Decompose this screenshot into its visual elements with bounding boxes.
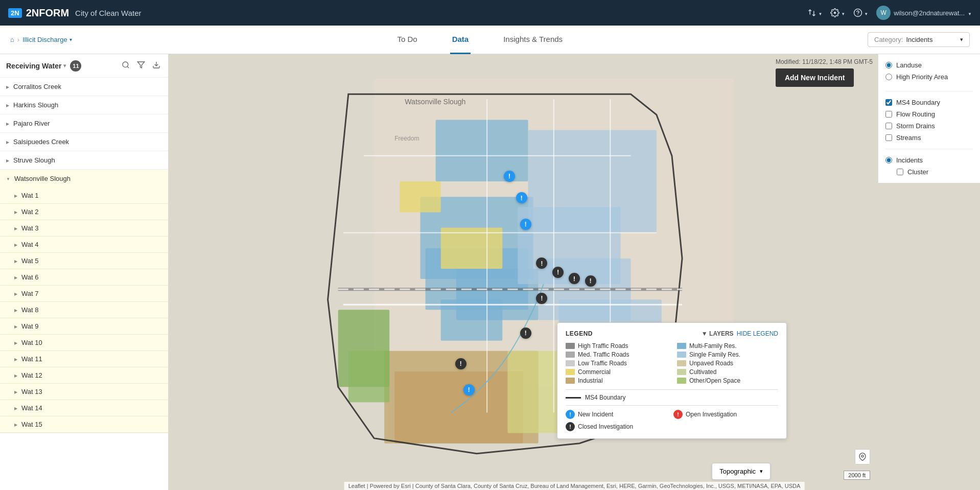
map-marker-11[interactable]: ! (463, 384, 475, 395)
sidebar-sub-wat14[interactable]: Wat 14 (0, 400, 168, 416)
map-location-btn[interactable] (855, 449, 870, 464)
cluster-checkbox-input[interactable] (897, 169, 903, 175)
map-marker-4[interactable]: ! (536, 258, 547, 269)
breadcrumb-current[interactable]: Illicit Discharge ▾ (22, 36, 72, 43)
sidebar-title-chevron: ▾ (63, 63, 66, 68)
map-marker-5[interactable]: ! (552, 267, 564, 278)
legend-open-space: Other/Open Space (677, 377, 778, 384)
sidebar-search-btn[interactable] (120, 59, 131, 72)
legend-unpaved: Unpaved Roads (677, 360, 778, 367)
flow-routing-checkbox[interactable]: Flow Routing (885, 110, 973, 118)
sidebar-sub-wat10[interactable]: Wat 10 (0, 335, 168, 351)
logo-fullname: 2NFORM (26, 7, 69, 19)
streams-input[interactable] (885, 134, 892, 141)
tab-insights[interactable]: Insights & Trends (501, 26, 565, 54)
sidebar-group-header-struve[interactable]: Struve Slough (0, 151, 168, 169)
map-marker-2[interactable]: ! (516, 192, 527, 203)
user-menu[interactable]: W wilson@2ndnaturewat... (876, 6, 972, 20)
streams-checkbox[interactable]: Streams (885, 134, 973, 142)
high-priority-radio-input[interactable] (885, 74, 892, 80)
chevron-wat15 (14, 422, 17, 427)
sidebar-sub-wat13[interactable]: Wat 13 (0, 384, 168, 400)
landuse-radio-input[interactable] (885, 62, 892, 68)
legend-header: LEGEND ▼ LAYERS HIDE LEGEND (566, 330, 778, 337)
chevron-struve (6, 157, 9, 163)
category-selector[interactable]: Category: Incidents ▾ (868, 32, 970, 47)
sidebar-download-btn[interactable] (151, 59, 162, 72)
sidebar-sub-wat2[interactable]: Wat 2 (0, 204, 168, 220)
sidebar-title: Receiving Water ▾ (6, 62, 66, 70)
chevron-watsonville (6, 176, 10, 181)
wat15-label: Wat 15 (21, 421, 42, 428)
chevron-wat9 (14, 323, 17, 329)
basemap-selector[interactable]: Topographic ▾ (712, 463, 771, 480)
sidebar-sub-wat12[interactable]: Wat 12 (0, 367, 168, 384)
tab-todo[interactable]: To Do (395, 26, 419, 54)
map-marker-6[interactable]: ! (569, 273, 580, 284)
svg-rect-11 (441, 299, 503, 340)
flow-routing-input[interactable] (885, 111, 892, 118)
storm-drains-checkbox[interactable]: Storm Drains (885, 122, 973, 130)
struve-label: Struve Slough (13, 156, 55, 164)
breadcrumb: ⌂ › Illicit Discharge ▾ (10, 36, 72, 43)
breadcrumb-separator: › (17, 36, 19, 43)
map-marker-7[interactable]: ! (585, 275, 596, 287)
help-btn[interactable] (853, 8, 868, 17)
map-marker-8[interactable]: ! (536, 293, 547, 304)
sidebar-sub-wat3[interactable]: Wat 3 (0, 220, 168, 237)
map-area[interactable]: Watsonville Watsonville Slough Freedom !… (169, 54, 980, 490)
high-priority-radio[interactable]: High Priority Area (885, 73, 973, 81)
map-marker-3[interactable]: ! (520, 219, 531, 230)
storm-drains-input[interactable] (885, 123, 892, 129)
sidebar-sub-wat5[interactable]: Wat 5 (0, 253, 168, 269)
map-marker-1[interactable]: ! (504, 171, 515, 182)
corralitos-label: Corralitos Creek (13, 83, 61, 90)
cluster-checkbox[interactable]: Cluster (897, 168, 973, 176)
legend-road-grid: High Traffic Roads Multi-Family Res. Med… (566, 342, 778, 384)
sidebar-sub-wat1[interactable]: Wat 1 (0, 188, 168, 204)
sidebar-sub-wat15[interactable]: Wat 15 (0, 416, 168, 433)
map-marker-9[interactable]: ! (520, 328, 531, 339)
app-logo[interactable]: 2N 2NFORM (8, 7, 69, 19)
ms4-checkbox[interactable]: MS4 Boundary (885, 99, 973, 106)
transfer-btn[interactable] (807, 8, 822, 17)
incidents-radio-input[interactable] (885, 157, 892, 164)
svg-text:Freedom: Freedom (394, 135, 419, 142)
settings-btn[interactable] (830, 8, 845, 17)
sidebar-group-header-pajaro[interactable]: Pajaro River (0, 114, 168, 132)
help-chevron (864, 9, 868, 17)
wat6-label: Wat 6 (21, 273, 38, 281)
map-marker-10[interactable]: ! (455, 358, 466, 369)
home-link[interactable]: ⌂ (10, 36, 14, 43)
sidebar-group-header-corralitos[interactable]: Corralitos Creek (0, 78, 168, 96)
legend-title: LEGEND (566, 330, 593, 337)
sidebar-filter-btn[interactable] (135, 59, 147, 72)
tab-data[interactable]: Data (450, 26, 471, 54)
legend-closed-investigation: ! Closed Investigation (566, 422, 670, 431)
sidebar-sub-wat11[interactable]: Wat 11 (0, 351, 168, 367)
unpaved-label: Unpaved Roads (689, 360, 733, 367)
sidebar-sub-wat6[interactable]: Wat 6 (0, 269, 168, 286)
incidents-checkbox[interactable]: Incidents (885, 156, 973, 164)
high-priority-label: High Priority Area (896, 73, 948, 81)
swatch-open-space (677, 378, 686, 384)
ms4-checkbox-input[interactable] (885, 99, 892, 106)
sidebar-group-header-harkins[interactable]: Harkins Slough (0, 96, 168, 114)
svg-point-1 (857, 14, 858, 15)
sidebar-group-header-watsonville[interactable]: Watsonville Slough (0, 170, 168, 188)
wat9-label: Wat 9 (21, 322, 38, 330)
chevron-wat12 (14, 372, 17, 378)
user-avatar: W (876, 6, 891, 20)
multi-family-label: Multi-Family Res. (689, 342, 737, 349)
chevron-pajaro (6, 121, 9, 126)
sidebar-group-header-salsipuedes[interactable]: Salsipuedes Creek (0, 133, 168, 151)
sidebar-sub-wat7[interactable]: Wat 7 (0, 286, 168, 302)
add-incident-button[interactable]: Add New Incident (776, 68, 854, 87)
legend-multi-family: Multi-Family Res. (677, 342, 778, 349)
landuse-radio[interactable]: Landuse (885, 61, 973, 69)
sidebar-sub-wat4[interactable]: Wat 4 (0, 237, 168, 253)
map-attribution: Leaflet | Powered by Esri | County of Sa… (344, 482, 805, 490)
sidebar-sub-wat8[interactable]: Wat 8 (0, 302, 168, 318)
sidebar-sub-wat9[interactable]: Wat 9 (0, 318, 168, 335)
hide-legend-btn[interactable]: HIDE LEGEND (737, 330, 778, 337)
